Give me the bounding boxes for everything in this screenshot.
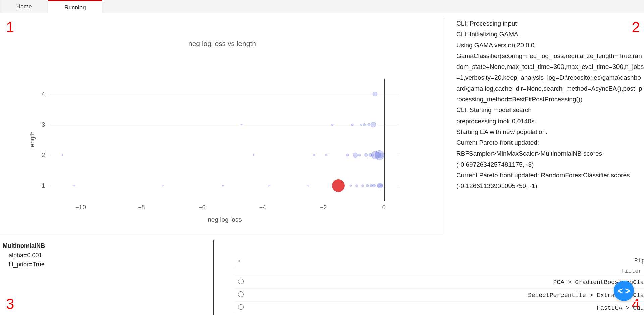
x-tick-label: −10	[75, 204, 86, 211]
x-tick-label: −6	[199, 204, 206, 211]
code-icon: < >	[618, 286, 630, 296]
y-axis-label: length	[29, 131, 36, 149]
plot-area[interactable]: length neg log loss 1234−10−8−6−4−20	[50, 79, 399, 201]
row-radio[interactable]	[238, 304, 244, 310]
table-row[interactable]: FastICA > GaussianNB-1.418133824949482	[235, 302, 644, 314]
results-table-panel: ◆ Pipeline ◆ Score PCA > GradientBoostin…	[235, 255, 644, 315]
log-line: preprocessing took 0.0140s.	[456, 116, 644, 127]
data-point[interactable]	[313, 154, 315, 156]
gridline	[50, 186, 399, 186]
y-tick-label: 4	[42, 90, 45, 97]
results-table: ◆ Pipeline ◆ Score PCA > GradientBoostin…	[235, 255, 644, 314]
log-panel: CLI: Processing inputCLI: Initializing G…	[456, 18, 644, 233]
pipeline-cell: FastICA > GaussianNB	[248, 302, 644, 314]
x-tick-label: −8	[138, 204, 145, 211]
log-line: Current Pareto front updated: RBFSampler…	[456, 137, 644, 170]
data-point[interactable]	[346, 154, 349, 156]
data-point[interactable]	[360, 124, 362, 126]
tab-bar: Home Running	[0, 0, 644, 13]
table-row[interactable]: PCA > GradientBoostingClassifier-0.35422…	[235, 276, 644, 289]
row-radio[interactable]	[238, 291, 244, 297]
y-tick-label: 2	[42, 152, 45, 159]
pipeline-cell: PCA > GradientBoostingClassifier	[248, 276, 644, 289]
model-name: MultinomialNB	[3, 242, 211, 250]
table-row[interactable]: SelectPercentile > ExtraTreesClassifier-…	[235, 289, 644, 302]
x-axis-label: neg log loss	[208, 216, 241, 223]
data-point[interactable]	[240, 124, 242, 125]
code-toggle-button[interactable]: < >	[614, 281, 634, 301]
sort-radio-header[interactable]: ◆	[235, 255, 248, 266]
gridline	[50, 94, 399, 94]
log-line: CLI: Initializing GAMA	[456, 29, 644, 40]
data-point[interactable]	[366, 184, 369, 187]
sort-icon: ◆	[238, 259, 240, 263]
data-point[interactable]	[351, 123, 353, 126]
data-point[interactable]	[62, 154, 63, 156]
tab-home[interactable]: Home	[0, 0, 48, 13]
model-detail-panel: MultinomialNB alpha=0.001 fit_prior=True	[0, 240, 214, 315]
data-point[interactable]	[363, 123, 366, 126]
filter-input[interactable]	[252, 268, 644, 274]
data-point[interactable]	[74, 185, 75, 187]
data-point[interactable]	[373, 92, 377, 96]
log-line: Starting EA with new population.	[456, 127, 644, 137]
selected-point[interactable]	[332, 179, 345, 192]
data-point[interactable]	[162, 185, 163, 187]
data-point[interactable]	[222, 185, 224, 187]
data-point[interactable]	[356, 185, 358, 187]
data-point[interactable]	[367, 123, 370, 126]
data-point[interactable]	[358, 154, 361, 156]
x-tick-label: 0	[382, 204, 386, 211]
data-point[interactable]	[325, 154, 327, 156]
log-line: CLI: Starting model search	[456, 105, 644, 116]
data-point[interactable]	[380, 184, 383, 187]
log-line: GamaClassifier(scoring=neg_log_loss,regu…	[456, 51, 644, 105]
data-point[interactable]	[379, 153, 383, 158]
log-line: CLI: Processing input	[456, 18, 644, 29]
log-line: Using GAMA version 20.0.0.	[456, 40, 644, 51]
x-tick-label: −4	[259, 204, 266, 211]
chart-panel: neg log loss vs length length neg log lo…	[0, 18, 444, 235]
data-point[interactable]	[364, 153, 368, 157]
data-point[interactable]	[353, 153, 358, 158]
data-point[interactable]	[268, 185, 270, 187]
data-point[interactable]	[371, 122, 376, 127]
tab-running[interactable]: Running	[48, 0, 102, 13]
row-radio[interactable]	[238, 279, 244, 284]
data-point[interactable]	[372, 184, 376, 187]
data-point[interactable]	[362, 185, 364, 187]
gridline	[50, 125, 399, 125]
data-point[interactable]	[307, 185, 309, 187]
model-param: alpha=0.001	[3, 251, 211, 260]
y-tick-label: 3	[42, 121, 45, 128]
y-tick-label: 1	[42, 182, 45, 189]
model-param: fit_prior=True	[3, 260, 211, 269]
log-line: Current Pareto front updated: RandomFore…	[456, 170, 644, 192]
data-point[interactable]	[331, 124, 333, 126]
x-tick-label: −2	[320, 204, 327, 211]
data-point[interactable]	[253, 154, 254, 156]
pipeline-header[interactable]: Pipeline ◆	[248, 255, 644, 266]
data-point[interactable]	[350, 185, 352, 187]
chart-title: neg log loss vs length	[0, 40, 444, 48]
zero-line	[384, 79, 385, 201]
pipeline-cell: SelectPercentile > ExtraTreesClassifier	[248, 289, 644, 302]
scatter-chart[interactable]: neg log loss vs length length neg log lo…	[0, 18, 444, 235]
